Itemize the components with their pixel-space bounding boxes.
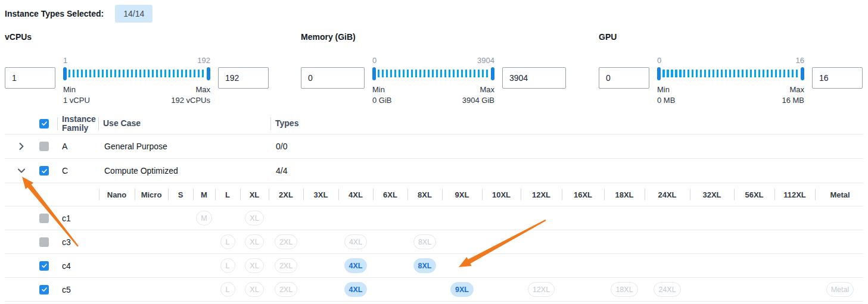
- chevron-right-icon: [17, 142, 26, 151]
- gpu-slider-handle-max[interactable]: [801, 67, 804, 80]
- size-pill-xl[interactable]: XL: [245, 234, 263, 249]
- size-cell-l: L: [215, 258, 240, 273]
- size-pill-l[interactable]: L: [220, 282, 235, 297]
- size-cell-metal: Metal: [815, 282, 865, 297]
- checkbox-checked[interactable]: [39, 261, 49, 271]
- family-row-a: AGeneral Purpose0/0: [5, 134, 863, 159]
- size-cell-xl: XL: [240, 258, 269, 273]
- column-header-instance-family: Instance Family: [57, 115, 98, 133]
- size-column-56xl: 56XL: [734, 183, 774, 206]
- size-pill-2xl[interactable]: 2XL: [275, 258, 297, 273]
- checkbox-disabled[interactable]: [39, 214, 49, 223]
- size-pill-8xl[interactable]: 8XL: [413, 234, 436, 249]
- size-pill-18xl[interactable]: 18XL: [611, 282, 637, 297]
- size-pill-l[interactable]: L: [220, 258, 235, 273]
- selected-count-badge: 14/14: [115, 5, 153, 23]
- checkbox-disabled[interactable]: [39, 142, 49, 151]
- gpu-min-input[interactable]: [599, 67, 649, 89]
- size-column-6xl: 6XL: [373, 183, 407, 206]
- size-pill-4xl[interactable]: 4XL: [344, 282, 368, 297]
- size-column-4xl: 4XL: [338, 183, 373, 206]
- gpu-max-caption: Max 16 MB: [782, 84, 804, 106]
- size-column-8xl: 8XL: [407, 183, 442, 206]
- gpu-slider-handle-min[interactable]: [657, 67, 661, 80]
- size-pill-24xl[interactable]: 24XL: [654, 282, 680, 297]
- gpu-slider: 0 16 Min 0 MB Max: [657, 56, 804, 106]
- vcpus-slider-handle-max[interactable]: [207, 67, 210, 80]
- family-row-c: CCompute Optimized4/4: [5, 159, 863, 183]
- topbar: Instance Types Selected: 14/14: [5, 5, 868, 23]
- size-cell-2xl: 2XL: [269, 234, 303, 249]
- size-pill-12xl[interactable]: 12XL: [528, 282, 555, 297]
- size-pill-4xl[interactable]: 4XL: [344, 234, 367, 249]
- size-pill-8xl[interactable]: 8XL: [413, 258, 437, 273]
- vcpus-min-input[interactable]: [5, 67, 55, 89]
- gpu-slider-max-label: 16: [796, 56, 804, 67]
- filter-gpu: GPU 0 16 Min 0 M: [599, 32, 863, 106]
- vcpus-slider-min-label: 1: [63, 56, 67, 67]
- instance-row-header: c3: [5, 237, 99, 247]
- instance-row-c4: c4LXL2XL4XL8XL: [5, 254, 863, 278]
- vcpus-max-input[interactable]: [218, 67, 269, 89]
- size-column-nano: Nano: [99, 183, 135, 206]
- instance-family-table: Instance Family Use Case Types AGeneral …: [5, 113, 863, 302]
- selected-count-label: Instance Types Selected:: [5, 9, 104, 18]
- size-cell-24xl: 24XL: [645, 282, 690, 297]
- instance-name: c1: [62, 214, 71, 223]
- size-column-3xl: 3XL: [303, 183, 338, 206]
- table-header-row: Instance Family Use Case Types: [5, 113, 863, 134]
- checkbox-checked[interactable]: [39, 166, 49, 175]
- size-column-112xl: 112XL: [774, 183, 815, 206]
- memory-max-input[interactable]: [502, 67, 566, 89]
- memory-slider-min-label: 0: [372, 56, 377, 67]
- instance-name: c4: [62, 261, 71, 271]
- instance-row-c3: c3LXL2XL4XL8XL: [5, 230, 863, 254]
- select-all-checkbox[interactable]: [39, 119, 49, 129]
- size-cell-xl: XL: [240, 282, 269, 297]
- size-cell-4xl: 4XL: [338, 282, 373, 297]
- instance-type-selector: Instance Types Selected: 14/14 vCPUs 1 1…: [0, 0, 868, 304]
- instance-row-header: c4: [5, 261, 99, 271]
- checkbox-checked[interactable]: [39, 285, 49, 294]
- instance-row-c1: c1MXL: [5, 206, 863, 230]
- memory-slider-handle-min[interactable]: [372, 67, 376, 80]
- checkmark-icon: [41, 168, 48, 174]
- size-pill-xl[interactable]: XL: [245, 211, 263, 225]
- size-pill-xl[interactable]: XL: [245, 282, 263, 297]
- size-pill-metal[interactable]: Metal: [826, 282, 854, 297]
- size-pill-l[interactable]: L: [220, 234, 235, 249]
- size-cell-m: M: [193, 211, 215, 225]
- checkmark-icon: [41, 286, 48, 293]
- size-column-micro: Micro: [135, 183, 168, 206]
- collapse-icon[interactable]: [5, 159, 35, 183]
- gpu-max-input[interactable]: [812, 67, 863, 89]
- size-pill-9xl[interactable]: 9XL: [450, 282, 474, 297]
- size-column-16xl: 16XL: [562, 183, 604, 206]
- instance-row-header: c1: [5, 214, 99, 223]
- expand-icon[interactable]: [5, 134, 35, 158]
- size-pill-xl[interactable]: XL: [245, 258, 263, 273]
- checkbox-disabled[interactable]: [39, 237, 49, 247]
- size-column-xl: XL: [240, 183, 269, 206]
- family-name: C: [57, 166, 98, 175]
- family-name: A: [57, 142, 98, 151]
- size-column-18xl: 18XL: [604, 183, 645, 206]
- size-column-10xl: 10XL: [482, 183, 521, 206]
- memory-min-input[interactable]: [301, 67, 365, 89]
- filter-vcpus: vCPUs 1 192 Min: [5, 32, 269, 106]
- size-column-2xl: 2XL: [269, 183, 303, 206]
- size-pill-4xl[interactable]: 4XL: [344, 258, 368, 273]
- column-header-use-case: Use Case: [98, 119, 270, 128]
- memory-slider-handle-max[interactable]: [491, 67, 494, 80]
- filter-vcpus-label: vCPUs: [5, 32, 269, 42]
- size-column-32xl: 32XL: [690, 183, 734, 206]
- size-pill-2xl[interactable]: 2XL: [275, 282, 297, 297]
- instance-row-header: c5: [5, 285, 99, 294]
- memory-max-caption: Max 3904 GiB: [462, 84, 494, 106]
- size-column-s: S: [168, 183, 193, 206]
- vcpus-min-caption: Min 1 vCPU: [63, 84, 90, 106]
- vcpus-slider-handle-min[interactable]: [63, 67, 67, 80]
- size-pill-2xl[interactable]: 2XL: [275, 234, 297, 249]
- size-pill-m[interactable]: M: [196, 211, 211, 225]
- types-count: 4/4: [270, 166, 863, 175]
